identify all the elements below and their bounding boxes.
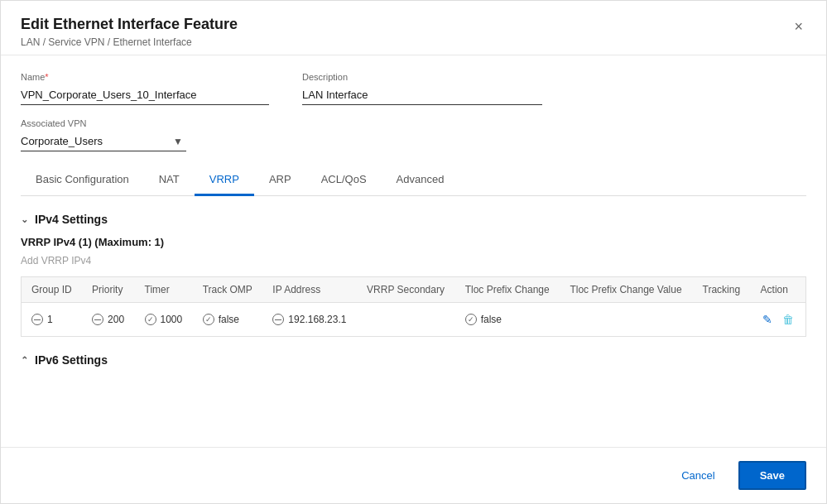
breadcrumb-service-vpn: Service VPN (48, 36, 104, 48)
col-group-id: Group ID (22, 277, 83, 303)
cancel-button[interactable]: Cancel (668, 461, 728, 490)
vrrp-ipv4-title: VRRP IPv4 (1) (Maximum: 1) (21, 236, 806, 248)
form-top-row: Name* Description (21, 72, 806, 105)
ipv6-section-title: IPv6 Settings (35, 353, 108, 367)
tab-basic-configuration[interactable]: Basic Configuration (21, 165, 144, 196)
tab-nat[interactable]: NAT (144, 165, 195, 196)
ipv6-section-header[interactable]: ⌃ IPv6 Settings (21, 353, 806, 367)
vpn-field-group: Associated VPN Corporate_Users ▼ (21, 118, 186, 151)
col-action: Action (751, 277, 806, 303)
check-circle-icon: ✓ (145, 314, 156, 325)
cell-group-id: 1 (22, 303, 83, 337)
ipv6-section: ⌃ IPv6 Settings (21, 353, 806, 367)
tab-acl-qos[interactable]: ACL/QoS (306, 165, 382, 196)
tab-vrrp[interactable]: VRRP (195, 165, 254, 196)
cell-tloc-prefix-change: ✓ false (455, 303, 560, 337)
breadcrumb-lan: LAN (21, 36, 40, 48)
table-row: 1 200 ✓ (22, 303, 806, 337)
chevron-down-icon: ⌄ (21, 214, 28, 225)
modal-title: Edit Ethernet Interface Feature (21, 16, 238, 33)
ipv4-section: ⌄ IPv4 Settings VRRP IPv4 (1) (Maximum: … (21, 213, 806, 337)
breadcrumb: LAN / Service VPN / Ethernet Interface (21, 36, 238, 48)
name-field-group: Name* (21, 72, 269, 105)
cell-tloc-prefix-change-value (560, 303, 692, 337)
check-circle-icon: ✓ (203, 314, 214, 325)
check-circle-icon: ✓ (465, 314, 477, 325)
save-button[interactable]: Save (738, 461, 806, 490)
description-field-group: Description (302, 72, 542, 105)
globe-icon (31, 314, 43, 325)
globe-icon (272, 314, 284, 325)
table-header: Group ID Priority Timer Track OMP IP Add… (22, 277, 806, 303)
description-label: Description (302, 72, 542, 82)
vpn-select-wrapper: Corporate_Users ▼ (21, 132, 186, 151)
header-left: Edit Ethernet Interface Feature LAN / Se… (21, 16, 238, 48)
chevron-right-icon: ⌃ (21, 355, 28, 366)
tab-bar: Basic Configuration NAT VRRP ARP ACL/QoS… (21, 165, 806, 196)
col-track-omp: Track OMP (193, 277, 263, 303)
tab-arp[interactable]: ARP (254, 165, 306, 196)
ipv4-section-header[interactable]: ⌄ IPv4 Settings (21, 213, 806, 226)
tab-advanced[interactable]: Advanced (382, 165, 459, 196)
add-vrrp-ipv4-link[interactable]: Add VRRP IPv4 (21, 255, 806, 266)
col-tracking: Tracking (693, 277, 751, 303)
cell-ip-address: 192.168.23.1 (262, 303, 357, 337)
col-vrrp-secondary: VRRP Secondary (357, 277, 455, 303)
col-timer: Timer (135, 277, 193, 303)
col-tloc-prefix-change: Tloc Prefix Change (455, 277, 560, 303)
modal-header: Edit Ethernet Interface Feature LAN / Se… (1, 1, 826, 55)
cell-tracking (693, 303, 751, 337)
cell-priority: 200 (82, 303, 134, 337)
cell-track-omp: ✓ false (193, 303, 263, 337)
table-body: 1 200 ✓ (22, 303, 806, 337)
modal-footer: Cancel Save (1, 447, 826, 503)
ipv4-section-title: IPv4 Settings (35, 213, 108, 226)
col-priority: Priority (82, 277, 134, 303)
name-label: Name* (21, 72, 269, 82)
modal-body: Name* Description Associated VPN Corpora… (1, 55, 826, 400)
vpn-label: Associated VPN (21, 118, 186, 128)
col-ip-address: IP Address (262, 277, 357, 303)
close-button[interactable]: × (791, 16, 806, 37)
edit-row-button[interactable]: ✎ (761, 311, 774, 328)
globe-icon (92, 314, 103, 325)
cell-timer: ✓ 1000 (135, 303, 193, 337)
delete-row-button[interactable]: 🗑 (781, 311, 796, 328)
ipv4-content: VRRP IPv4 (1) (Maximum: 1) Add VRRP IPv4… (21, 236, 806, 337)
breadcrumb-ethernet-interface: Ethernet Interface (113, 36, 191, 48)
cell-vrrp-secondary (357, 303, 455, 337)
name-input[interactable] (21, 85, 269, 105)
col-tloc-prefix-change-value: Tloc Prefix Change Value (560, 277, 692, 303)
description-input[interactable] (302, 85, 542, 105)
vpn-select[interactable]: Corporate_Users (21, 132, 186, 151)
cell-action: ✎ 🗑 (751, 303, 806, 337)
edit-ethernet-modal: Edit Ethernet Interface Feature LAN / Se… (0, 0, 827, 504)
vrrp-table: Group ID Priority Timer Track OMP IP Add… (21, 276, 806, 337)
